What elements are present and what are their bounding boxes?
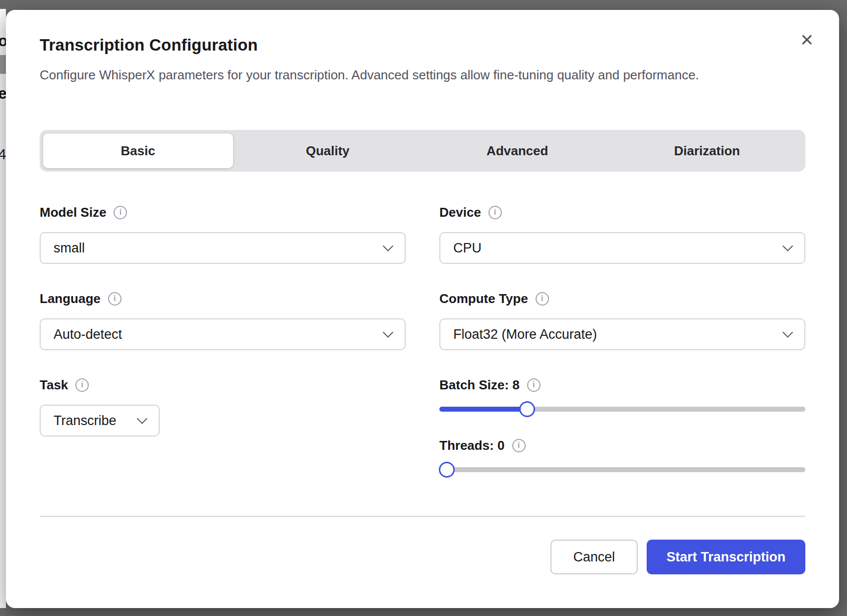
info-icon[interactable]: i bbox=[114, 206, 127, 219]
tab-basic[interactable]: Basic bbox=[43, 133, 233, 168]
chevron-down-icon bbox=[383, 327, 393, 337]
info-icon[interactable]: i bbox=[488, 206, 502, 219]
batch-size-field: Batch Size: 8 i bbox=[439, 377, 805, 412]
info-icon[interactable]: i bbox=[536, 292, 549, 306]
background-text-fragment: ol bbox=[0, 32, 6, 50]
threads-slider[interactable] bbox=[439, 467, 805, 472]
background-text-fragment: e bbox=[0, 84, 6, 103]
language-label: Language bbox=[40, 291, 101, 307]
device-field: Device i CPU bbox=[439, 204, 805, 264]
background-block-fragment bbox=[0, 55, 6, 74]
tab-quality-label: Quality bbox=[306, 143, 350, 159]
info-icon[interactable]: i bbox=[527, 378, 541, 392]
batch-size-label-row: Batch Size: 8 i bbox=[439, 377, 805, 393]
model-size-select[interactable]: small bbox=[40, 232, 406, 264]
compute-type-field: Compute Type i Float32 (More Accurate) bbox=[439, 291, 805, 350]
task-label-row: Task i bbox=[40, 377, 406, 393]
background-text-fragment: 4 bbox=[0, 146, 6, 163]
language-field: Language i Auto-detect bbox=[40, 291, 406, 350]
device-select[interactable]: CPU bbox=[439, 232, 805, 264]
task-label: Task bbox=[40, 377, 68, 393]
device-label-row: Device i bbox=[439, 204, 805, 220]
cancel-button[interactable]: Cancel bbox=[550, 540, 638, 574]
language-value: Auto-detect bbox=[54, 327, 122, 342]
task-field: Task i Transcribe bbox=[40, 377, 406, 472]
batch-size-slider-thumb[interactable] bbox=[519, 401, 535, 417]
model-size-label-row: Model Size i bbox=[40, 204, 406, 220]
threads-field: Threads: 0 i bbox=[439, 437, 805, 472]
model-size-value: small bbox=[54, 241, 85, 256]
config-tab-bar: Basic Quality Advanced Diarization bbox=[40, 130, 805, 172]
compute-type-select[interactable]: Float32 (More Accurate) bbox=[439, 318, 805, 350]
model-size-field: Model Size i small bbox=[40, 204, 406, 264]
dialog-footer: Cancel Start Transcription bbox=[40, 540, 805, 574]
compute-type-value: Float32 (More Accurate) bbox=[453, 327, 597, 342]
model-size-label: Model Size bbox=[40, 205, 106, 220]
tab-quality[interactable]: Quality bbox=[233, 133, 423, 168]
chevron-down-icon bbox=[783, 327, 793, 337]
tab-diarization-label: Diarization bbox=[674, 143, 740, 159]
threads-label-row: Threads: 0 i bbox=[439, 437, 805, 453]
tab-diarization[interactable]: Diarization bbox=[612, 133, 802, 168]
threads-slider-thumb[interactable] bbox=[439, 462, 455, 478]
threads-label: Threads: 0 bbox=[439, 438, 505, 453]
tab-advanced-label: Advanced bbox=[486, 143, 548, 159]
chevron-down-icon bbox=[383, 241, 393, 251]
info-icon[interactable]: i bbox=[512, 439, 526, 452]
transcription-configuration-dialog: × Transcription Configuration Configure … bbox=[6, 10, 839, 608]
chevron-down-icon bbox=[783, 241, 793, 251]
batch-size-label: Batch Size: 8 bbox=[439, 377, 520, 393]
device-label: Device bbox=[439, 205, 481, 220]
start-transcription-button[interactable]: Start Transcription bbox=[647, 540, 805, 574]
basic-settings-form: Model Size i small Device i CPU Language bbox=[40, 204, 805, 472]
chevron-down-icon bbox=[137, 413, 147, 424]
info-icon[interactable]: i bbox=[75, 378, 89, 392]
close-icon[interactable]: × bbox=[800, 29, 813, 51]
dialog-subtitle: Configure WhisperX parameters for your t… bbox=[40, 67, 805, 83]
batch-size-slider[interactable] bbox=[439, 407, 805, 412]
compute-type-label: Compute Type bbox=[439, 291, 528, 307]
footer-divider bbox=[40, 516, 805, 517]
language-label-row: Language i bbox=[40, 291, 406, 307]
info-icon[interactable]: i bbox=[108, 292, 121, 306]
tab-basic-label: Basic bbox=[121, 143, 155, 159]
task-value: Transcribe bbox=[54, 413, 117, 429]
background-page-sliver: ol e 4 bbox=[0, 9, 6, 608]
device-value: CPU bbox=[453, 241, 482, 256]
batch-size-slider-fill bbox=[439, 407, 527, 412]
task-select[interactable]: Transcribe bbox=[40, 405, 160, 436]
sliders-column: Batch Size: 8 i Threads: 0 i bbox=[439, 377, 805, 472]
dialog-title: Transcription Configuration bbox=[40, 36, 805, 55]
tab-advanced[interactable]: Advanced bbox=[423, 133, 612, 168]
compute-type-label-row: Compute Type i bbox=[439, 291, 805, 307]
language-select[interactable]: Auto-detect bbox=[40, 318, 406, 350]
